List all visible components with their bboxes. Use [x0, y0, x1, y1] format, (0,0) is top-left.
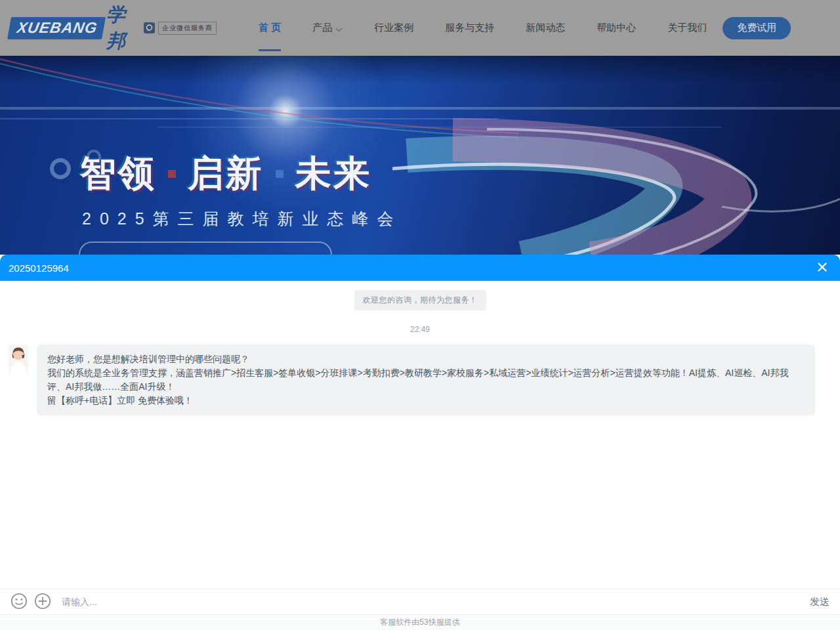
active-underline [259, 49, 281, 51]
chat-close-button[interactable] [813, 259, 831, 277]
logo-mark: XUEBANG [7, 17, 106, 39]
chat-header: 20250125964 [0, 255, 840, 281]
nav-label: 服务与支持 [445, 22, 494, 34]
chat-input-bar: 发送 [0, 589, 840, 614]
nav-label: 关于我们 [667, 22, 707, 34]
nav-label: 新闻动态 [526, 22, 565, 34]
title-separator-red [168, 170, 176, 178]
banner-outline-box [79, 242, 332, 255]
logo-text-en: XUEBANG [16, 19, 99, 37]
nav-item-support[interactable]: 服务与支持 [429, 0, 510, 56]
chat-footer: 客服软件由53快服提供 [0, 614, 840, 630]
agent-avatar [9, 345, 28, 373]
banner-title-part: 智领 [80, 156, 156, 192]
message-paragraph: 我们的系统是全业务管理支撑，涵盖营销推广>招生客服>签单收银>分班排课>考勤扣费… [47, 366, 805, 394]
chat-message: 您好老师，您是想解决培训管理中的哪些问题呢？ 我们的系统是全业务管理支撑，涵盖营… [9, 345, 815, 415]
chat-session-id: 20250125964 [9, 262, 69, 274]
nav-label: 行业案例 [374, 22, 413, 34]
banner-title-part: 启新 [188, 156, 264, 192]
chevron-down-icon [335, 23, 343, 34]
nav-item-about[interactable]: 关于我们 [652, 0, 723, 56]
free-trial-button[interactable]: 免费试用 [723, 17, 791, 39]
chat-body: 欢迎您的咨询，期待为您服务！ 22:49 [0, 281, 840, 415]
send-button[interactable]: 发送 [808, 596, 831, 608]
chat-widget: 20250125964 欢迎您的咨询，期待为您服务！ 22:49 [0, 255, 840, 630]
nav-label: 帮助中心 [597, 22, 636, 34]
message-paragraph: 您好老师，您是想解决培训管理中的哪些问题呢？ [47, 352, 805, 366]
main-nav: 首 页 产品 行业案例 服务与支持 新闻动态 帮助中心 关于 [243, 0, 723, 56]
nav-label: 首 页 [259, 22, 281, 34]
banner-title: 智领 启新 未来 [80, 156, 371, 192]
chat-input[interactable] [62, 597, 808, 607]
chat-timestamp: 22:49 [0, 325, 840, 334]
welcome-pill: 欢迎您的咨询，期待为您服务！ [354, 290, 486, 310]
close-icon [817, 262, 828, 274]
hero-banner: 智领 启新 未来 2025第三届教培新业态峰会 [0, 56, 840, 255]
attachment-button[interactable] [33, 592, 52, 612]
emoji-icon [10, 593, 28, 612]
plus-icon [34, 593, 51, 612]
banner-title-part: 未来 [295, 156, 371, 192]
nav-item-home[interactable]: 首 页 [243, 0, 297, 56]
nav-label: 产品 [312, 22, 332, 34]
message-paragraph: 留【称呼+电话】立即 免费体验哦！ [47, 394, 805, 408]
site-header: XUEBANG 学邦 企业微信服务商 首 页 产品 [0, 0, 840, 56]
title-separator-blue [276, 170, 284, 178]
wechat-partner-label: 企业微信服务商 [158, 22, 217, 35]
logo[interactable]: XUEBANG 学邦 [9, 2, 127, 54]
page: XUEBANG 学邦 企业微信服务商 首 页 产品 [0, 0, 840, 630]
logo-text-cn: 学邦 [106, 2, 127, 54]
nav-item-products[interactable]: 产品 [297, 0, 358, 56]
nav-item-news[interactable]: 新闻动态 [510, 0, 581, 56]
banner-subtitle: 2025第三届教培新业态峰会 [82, 208, 402, 230]
wechat-icon [144, 22, 155, 33]
emoji-button[interactable] [9, 592, 29, 612]
nav-item-cases[interactable]: 行业案例 [358, 0, 429, 56]
message-bubble: 您好老师，您是想解决培训管理中的哪些问题呢？ 我们的系统是全业务管理支撑，涵盖营… [37, 345, 815, 415]
wechat-partner-badge: 企业微信服务商 [144, 22, 217, 35]
nav-item-help[interactable]: 帮助中心 [581, 0, 652, 56]
